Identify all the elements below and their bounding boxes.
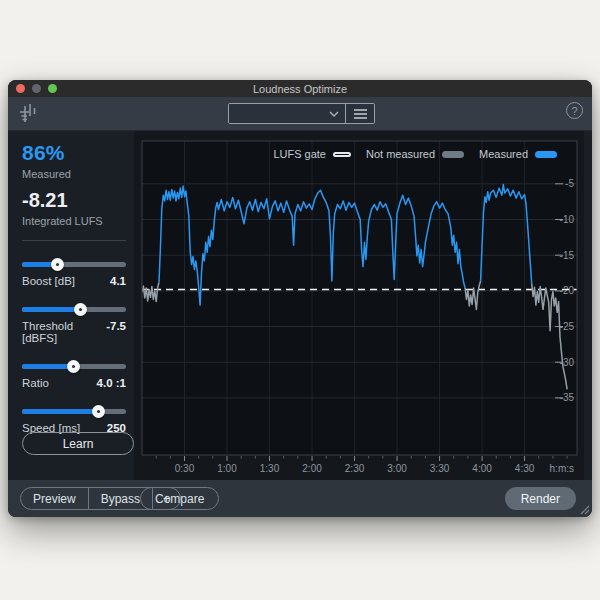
speed-slider-fill (22, 409, 98, 414)
loudness-module-icon (18, 103, 42, 125)
svg-text:-10: -10 (560, 214, 575, 225)
speed-slider-thumb[interactable] (92, 405, 105, 418)
ratio-value: 4.0 :1 (97, 377, 126, 389)
preset-control-group (228, 103, 375, 124)
ratio-slider-thumb[interactable] (67, 360, 80, 373)
measured-percent-label: Measured (22, 168, 134, 180)
plugin-window: Loudness Optimize (8, 80, 592, 517)
svg-text:1:00: 1:00 (217, 463, 237, 474)
threshold-slider-thumb[interactable] (74, 303, 87, 316)
preset-dropdown[interactable] (229, 104, 345, 123)
speed-slider[interactable] (22, 409, 126, 414)
loudness-history-chart: -5-10-15-20-25-30-350:301:001:302:002:30… (134, 131, 584, 480)
question-mark-icon: ? (571, 105, 577, 117)
main-area: 86% Measured -8.21 Integrated LUFS Boost… (8, 131, 592, 480)
sidebar-divider (22, 240, 126, 241)
chart-legend: LUFS gateNot measuredMeasured (273, 148, 557, 160)
svg-text:0:30: 0:30 (175, 463, 195, 474)
svg-text:4:00: 4:00 (472, 463, 492, 474)
threshold-value: -7.5 (106, 320, 126, 344)
svg-text:2:00: 2:00 (302, 463, 322, 474)
svg-text:-20: -20 (560, 285, 575, 296)
boost-slider-thumb[interactable] (51, 258, 64, 271)
hamburger-icon (354, 109, 367, 119)
legend-label: Measured (479, 148, 528, 160)
svg-text:1:30: 1:30 (260, 463, 280, 474)
legend-item-lufs-gate[interactable]: LUFS gate (273, 148, 351, 160)
legend-item-measured[interactable]: Measured (479, 148, 557, 160)
minimize-window-button[interactable] (32, 84, 41, 93)
integrated-lufs-readout: -8.21 (22, 189, 134, 212)
ratio-slider[interactable] (22, 364, 126, 369)
sidebar: 86% Measured -8.21 Integrated LUFS Boost… (8, 131, 134, 480)
boost-value: 4.1 (110, 275, 126, 287)
ratio-slider-fill (22, 364, 73, 369)
svg-text:h:m:s: h:m:s (550, 463, 574, 474)
svg-text:-35: -35 (560, 392, 575, 403)
boost-label: Boost [dB] (22, 275, 75, 287)
svg-text:3:30: 3:30 (430, 463, 450, 474)
compare-button[interactable]: Compare (140, 487, 219, 510)
legend-label: LUFS gate (273, 148, 326, 160)
ratio-slider-row: Ratio 4.0 :1 (22, 364, 126, 389)
title-bar: Loudness Optimize (8, 80, 592, 97)
legend-swatch-blue (535, 151, 557, 158)
ratio-label: Ratio (22, 377, 49, 389)
threshold-label: Threshold [dBFS] (22, 320, 106, 344)
preset-menu-button[interactable] (345, 104, 374, 123)
traffic-lights (16, 84, 57, 93)
svg-text:2:30: 2:30 (345, 463, 365, 474)
legend-label: Not measured (366, 148, 435, 160)
svg-text:4:30: 4:30 (515, 463, 535, 474)
zoom-window-button[interactable] (48, 84, 57, 93)
toolbar: ? (8, 97, 592, 131)
render-button[interactable]: Render (505, 487, 576, 510)
threshold-slider[interactable] (22, 307, 126, 312)
boost-slider[interactable] (22, 262, 126, 267)
svg-text:-15: -15 (560, 250, 575, 261)
legend-item-not-measured[interactable]: Not measured (366, 148, 464, 160)
threshold-slider-row: Threshold [dBFS] -7.5 (22, 307, 126, 344)
loudness-chart-panel: LUFS gateNot measuredMeasured -5-10-15-2… (134, 131, 584, 480)
threshold-slider-fill (22, 307, 80, 312)
boost-slider-row: Boost [dB] 4.1 (22, 262, 126, 287)
bottom-bar: Preview Bypass + Compare Render (8, 480, 592, 517)
measured-percent-readout: 86% (22, 141, 134, 165)
preview-button[interactable]: Preview (21, 488, 89, 509)
svg-text:-25: -25 (560, 321, 575, 332)
window-title: Loudness Optimize (253, 83, 347, 95)
close-window-button[interactable] (16, 84, 25, 93)
help-button[interactable]: ? (566, 102, 583, 119)
legend-swatch-outline (333, 152, 351, 157)
resize-grip[interactable] (578, 503, 590, 515)
speed-slider-row: Speed [ms] 250 (22, 409, 126, 434)
legend-swatch-gray (442, 151, 464, 158)
integrated-lufs-label: Integrated LUFS (22, 215, 134, 227)
learn-button[interactable]: Learn (22, 432, 134, 455)
chevron-down-icon (329, 111, 339, 117)
svg-text:3:00: 3:00 (387, 463, 407, 474)
svg-text:-5: -5 (565, 178, 574, 189)
